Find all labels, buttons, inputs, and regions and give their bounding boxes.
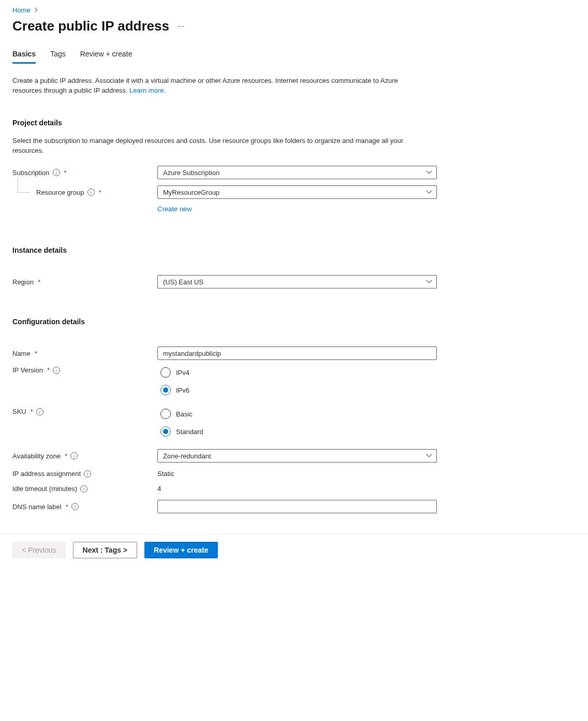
section-instance-title: Instance details	[12, 246, 437, 254]
name-input[interactable]	[157, 347, 437, 360]
resource-group-select[interactable]: MyResourceGroup	[157, 185, 437, 199]
subscription-select[interactable]: Azure Subscription	[157, 166, 437, 179]
info-icon[interactable]: i	[71, 503, 79, 510]
required-icon: *	[99, 189, 101, 196]
tab-review[interactable]: Review + create	[80, 50, 133, 64]
region-label-text: Region	[12, 278, 34, 286]
intro-text: Create a public IP address. Associate it…	[12, 76, 416, 96]
info-icon[interactable]: i	[80, 485, 87, 493]
idle-timeout-label: Idle timeout (minutes) i	[12, 485, 157, 493]
learn-more-link[interactable]: Learn more.	[129, 86, 166, 96]
radio-icon	[160, 409, 171, 419]
required-icon: *	[38, 278, 40, 286]
section-project-title: Project details	[12, 119, 437, 127]
availability-zone-label-text: Availability zone	[12, 452, 61, 460]
tab-basics[interactable]: Basics	[12, 50, 36, 64]
radio-standard-label: Standard	[176, 428, 203, 436]
tree-connector-icon	[18, 177, 30, 193]
chevron-down-icon	[426, 279, 432, 285]
more-actions-icon[interactable]: ⋯	[178, 22, 185, 30]
chevron-down-icon	[426, 453, 432, 459]
name-label: Name *	[12, 350, 157, 357]
radio-icon	[160, 385, 171, 395]
dns-input[interactable]	[157, 500, 437, 513]
subscription-value: Azure Subscription	[163, 169, 219, 177]
next-button[interactable]: Next : Tags >	[73, 542, 138, 558]
availability-zone-value: Zone-redundant	[163, 452, 211, 460]
tabs: Basics Tags Review + create	[12, 50, 576, 64]
radio-basic[interactable]: Basic	[160, 409, 437, 419]
region-label: Region *	[12, 278, 157, 286]
chevron-down-icon	[426, 169, 432, 176]
ip-version-label-text: IP Version	[12, 366, 43, 374]
ip-version-label: IP Version * i	[12, 366, 157, 374]
idle-timeout-label-text: Idle timeout (minutes)	[12, 485, 77, 493]
breadcrumb: Home	[12, 6, 576, 14]
required-icon: *	[66, 503, 68, 511]
radio-ipv4[interactable]: IPv4	[160, 367, 437, 378]
info-icon[interactable]: i	[36, 408, 43, 415]
subscription-label: Subscription i *	[12, 169, 157, 177]
resource-group-value: MyResourceGroup	[163, 189, 219, 196]
radio-icon	[160, 426, 171, 437]
tab-tags[interactable]: Tags	[50, 50, 66, 64]
info-icon[interactable]: i	[87, 189, 95, 196]
region-value: (US) East US	[163, 278, 203, 286]
section-config-title: Configuration details	[12, 318, 437, 326]
chevron-down-icon	[426, 189, 432, 195]
info-icon[interactable]: i	[70, 452, 78, 459]
availability-zone-select[interactable]: Zone-redundant	[157, 449, 437, 463]
page-title: Create public IP address	[12, 18, 169, 34]
availability-zone-label: Availability zone * i	[12, 452, 157, 460]
radio-icon	[160, 367, 171, 378]
radio-ipv6-label: IPv6	[176, 386, 189, 394]
radio-standard[interactable]: Standard	[160, 426, 437, 437]
radio-ipv6[interactable]: IPv6	[160, 385, 437, 395]
breadcrumb-home[interactable]: Home	[12, 6, 31, 14]
required-icon: *	[31, 408, 33, 415]
chevron-right-icon	[34, 6, 39, 14]
required-icon: *	[65, 452, 67, 460]
required-icon: *	[35, 350, 37, 357]
intro-body: Create a public IP address. Associate it…	[12, 77, 398, 94]
radio-ipv4-label: IPv4	[176, 369, 189, 377]
resource-group-label: Resource group i *	[12, 189, 157, 196]
ip-assignment-label: IP address assignment i	[12, 470, 157, 478]
footer: < Previous Next : Tags > Review + create	[0, 534, 588, 566]
ip-version-radio-group: IPv4 IPv6	[157, 366, 437, 395]
required-icon: *	[64, 169, 67, 177]
sku-label: SKU * i	[12, 408, 157, 415]
name-label-text: Name	[12, 350, 31, 357]
info-icon[interactable]: i	[84, 470, 91, 478]
sku-label-text: SKU	[12, 408, 26, 415]
required-icon: *	[47, 366, 50, 374]
region-select[interactable]: (US) East US	[157, 275, 437, 289]
previous-button: < Previous	[12, 542, 66, 558]
info-icon[interactable]: i	[53, 169, 60, 176]
subscription-label-text: Subscription	[12, 169, 50, 177]
resource-group-label-text: Resource group	[36, 189, 84, 196]
dns-label: DNS name label * i	[12, 503, 157, 511]
dns-label-text: DNS name label	[12, 503, 62, 511]
ip-assignment-value: Static	[157, 469, 174, 478]
sku-radio-group: Basic Standard	[157, 408, 437, 437]
radio-basic-label: Basic	[176, 410, 193, 418]
section-project-desc: Select the subscription to manage deploy…	[12, 136, 421, 156]
ip-assignment-label-text: IP address assignment	[12, 470, 81, 478]
idle-timeout-value: 4	[157, 484, 161, 493]
create-new-link[interactable]: Create new	[157, 205, 192, 213]
info-icon[interactable]: i	[53, 367, 60, 374]
review-create-button[interactable]: Review + create	[144, 542, 217, 558]
